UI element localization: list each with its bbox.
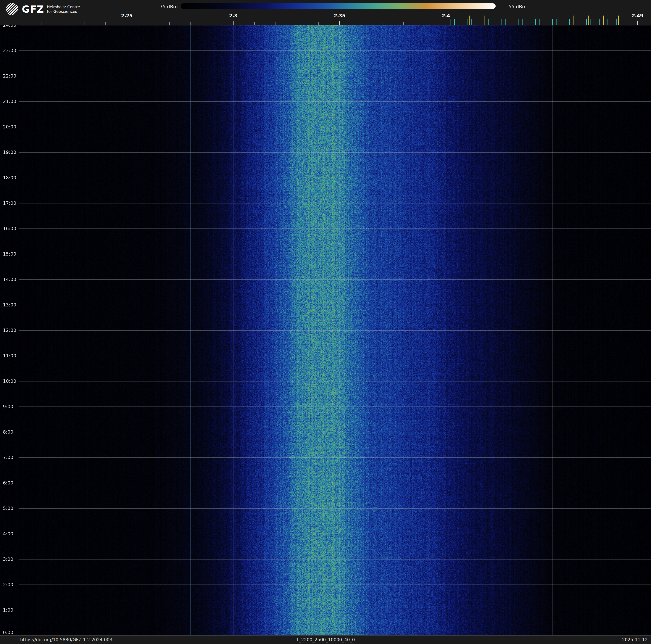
freq-tick-channel-teal	[527, 19, 527, 25]
freq-tick-minor	[63, 22, 63, 25]
dataset-filename: 1_2200_2500_10000_40_0	[296, 637, 355, 642]
freq-tick-minor	[382, 22, 382, 25]
freq-tick-channel-teal	[493, 19, 493, 25]
time-label: 13:00	[3, 302, 16, 308]
freq-tick-channel-teal	[569, 19, 570, 25]
freq-tick-channel-teal	[608, 19, 608, 25]
hour-gridline	[19, 407, 651, 407]
freq-tick-channel-teal	[561, 19, 561, 25]
freq-tick-minor	[84, 22, 85, 25]
freq-tick-channel-teal	[591, 19, 591, 25]
freq-tick-major	[446, 21, 446, 25]
freq-tick-channel-yellow	[499, 16, 499, 25]
freq-tick-channel-teal	[595, 19, 595, 25]
freq-tick-channel-teal	[616, 19, 617, 25]
freq-tick-channel-yellow	[469, 16, 470, 25]
freq-tick-channel-teal	[531, 19, 531, 25]
freq-tick-minor	[41, 22, 42, 25]
spectrogram-page: GFZ Helmholtz Centre for Geosciences -75…	[0, 0, 651, 644]
hour-gridline	[19, 76, 651, 76]
freq-tick-minor	[297, 22, 297, 25]
freq-tick-channel-teal	[535, 19, 536, 25]
time-label: 15:00	[3, 252, 16, 257]
time-label: 8:00	[3, 430, 13, 435]
freq-gridline-accent	[446, 25, 446, 636]
freq-tick-channel-yellow	[544, 16, 544, 25]
time-label: 21:00	[3, 99, 16, 104]
hour-gridline	[19, 254, 651, 254]
freq-gridline-accent	[361, 25, 361, 636]
hour-gridline	[19, 127, 651, 127]
time-label: 17:00	[3, 201, 16, 206]
hour-gridline	[19, 152, 651, 153]
freq-tick-channel-teal	[467, 19, 467, 25]
freq-tick-channel-teal	[480, 19, 480, 25]
freq-tick-minor	[148, 22, 148, 25]
freq-tick-label: 2.4	[442, 13, 450, 18]
freq-gridline	[233, 25, 234, 636]
time-label: 2:00	[3, 582, 13, 587]
freq-tick-minor	[318, 22, 318, 25]
freq-tick-channel-teal	[586, 19, 587, 25]
freq-tick-major	[339, 21, 340, 25]
freq-tick-channel-yellow	[588, 16, 589, 25]
freq-tick-channel-teal	[565, 19, 565, 25]
freq-tick-channel-yellow	[529, 16, 529, 25]
freq-tick-label: 2.3	[229, 13, 237, 18]
freq-tick-channel-teal	[450, 19, 451, 25]
freq-tick-channel-teal	[548, 19, 548, 25]
hour-gridline	[19, 457, 651, 458]
hour-gridline	[19, 279, 651, 280]
freq-tick-label: 2.35	[334, 13, 345, 18]
time-label: 20:00	[3, 124, 16, 130]
hour-gridline	[19, 356, 651, 356]
hour-gridline	[19, 432, 651, 432]
freq-tick-channel-teal	[510, 19, 510, 25]
hour-gridline	[19, 203, 651, 203]
time-label: 18:00	[3, 175, 16, 180]
hour-gridline	[19, 101, 651, 102]
time-label: 23:00	[3, 48, 16, 53]
time-label: 4:00	[3, 531, 13, 536]
time-label: 1:00	[3, 608, 13, 613]
freq-tick-channel-teal	[578, 19, 578, 25]
freq-gridline-accent	[190, 25, 191, 636]
freq-tick-channel-teal	[599, 19, 599, 25]
hour-gridline	[19, 229, 651, 229]
time-label: 9:00	[3, 404, 13, 409]
freq-tick-channel-yellow	[559, 16, 559, 25]
time-label: 22:00	[3, 74, 16, 79]
hour-gridline	[19, 610, 651, 610]
freq-tick-minor	[254, 22, 255, 25]
frequency-axis: 2.252.32.352.42.49	[0, 0, 651, 25]
freq-tick-minor	[105, 22, 106, 25]
hour-gridline	[19, 51, 651, 51]
freq-tick-channel-yellow	[574, 16, 574, 25]
time-label: 12:00	[3, 328, 16, 333]
time-label: 19:00	[3, 150, 16, 155]
freq-tick-channel-yellow	[603, 16, 604, 25]
time-label: 16:00	[3, 226, 16, 231]
doi-text: https://doi.org/10.5880/GFZ.1.2.2024.003	[20, 637, 112, 642]
hour-gridline	[19, 381, 651, 381]
freq-tick-channel-teal	[518, 19, 519, 25]
freq-tick-channel-teal	[505, 19, 506, 25]
freq-tick-minor	[425, 22, 425, 25]
freq-tick-channel-teal	[463, 19, 463, 25]
freq-tick-channel-yellow	[484, 16, 485, 25]
spectrogram-plot: 24:0023:0022:0021:0020:0019:0018:0017:00…	[0, 25, 651, 636]
hour-gridline	[19, 483, 651, 483]
freq-tick-channel-teal	[476, 19, 476, 25]
freq-tick-minor	[190, 22, 191, 25]
freq-tick-channel-yellow	[618, 16, 619, 25]
hour-gridline	[19, 559, 651, 559]
time-label: 3:00	[3, 557, 13, 562]
footer-bar: https://doi.org/10.5880/GFZ.1.2.2024.003…	[0, 635, 651, 644]
freq-tick-channel-teal	[552, 19, 553, 25]
time-label: 10:00	[3, 379, 16, 384]
freq-gridline	[339, 25, 340, 636]
time-label: 11:00	[3, 353, 16, 358]
freq-gridline	[127, 25, 127, 636]
hour-gridline	[19, 330, 651, 331]
freq-tick-channel-teal	[501, 19, 501, 25]
